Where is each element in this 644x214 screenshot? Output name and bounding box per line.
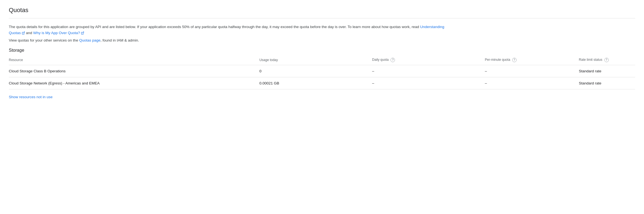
page-container: Quotas The quota details for this applic… — [0, 0, 644, 106]
external-link-icon — [22, 31, 25, 35]
quota-table-body: Cloud Storage Class B Operations0––Stand… — [9, 65, 635, 89]
table-row: Cloud Storage Class B Operations0––Stand… — [9, 65, 635, 77]
cell-daily_quota: – — [372, 65, 485, 77]
svg-line-0 — [23, 32, 25, 34]
description-line2: View quotas for your other services on t… — [9, 37, 449, 43]
svg-line-1 — [82, 32, 84, 34]
rate-limit-help-icon[interactable]: ? — [604, 58, 609, 62]
per-minute-quota-help-icon[interactable]: ? — [512, 58, 517, 62]
daily-quota-help-icon[interactable]: ? — [391, 58, 395, 62]
table-row: Cloud Storage Network (Egress) - America… — [9, 77, 635, 89]
why-over-quota-link[interactable]: Why is My App Over Quota? — [33, 31, 84, 35]
description-block: The quota details for this application a… — [9, 24, 449, 43]
col-header-rate-limit-status: Rate limit status ? — [579, 55, 635, 65]
col-header-per-minute-quota: Per-minute quota ? — [485, 55, 579, 65]
cell-resource: Cloud Storage Network (Egress) - America… — [9, 77, 259, 89]
section-divider — [9, 18, 635, 18]
cell-resource: Cloud Storage Class B Operations — [9, 65, 259, 77]
table-header-row: Resource Usage today Daily quota ? Per-m… — [9, 55, 635, 65]
col-header-resource: Resource — [9, 55, 259, 65]
cell-usage_today: 0.00021 GB — [259, 77, 372, 89]
cell-usage_today: 0 — [259, 65, 372, 77]
col-header-daily-quota: Daily quota ? — [372, 55, 485, 65]
cell-per_minute_quota: – — [485, 77, 579, 89]
cell-per_minute_quota: – — [485, 65, 579, 77]
external-link-icon-2 — [81, 31, 84, 35]
show-resources-link[interactable]: Show resources not in use — [9, 95, 53, 99]
cell-rate_limit_status: Standard rate — [579, 77, 635, 89]
description-line1: The quota details for this application a… — [9, 24, 449, 36]
page-title: Quotas — [9, 7, 635, 14]
col-header-usage: Usage today — [259, 55, 372, 65]
storage-section-title: Storage — [9, 48, 635, 53]
cell-daily_quota: – — [372, 77, 485, 89]
quotas-page-link[interactable]: Quotas page — [79, 38, 100, 42]
cell-rate_limit_status: Standard rate — [579, 65, 635, 77]
quota-table: Resource Usage today Daily quota ? Per-m… — [9, 55, 635, 89]
